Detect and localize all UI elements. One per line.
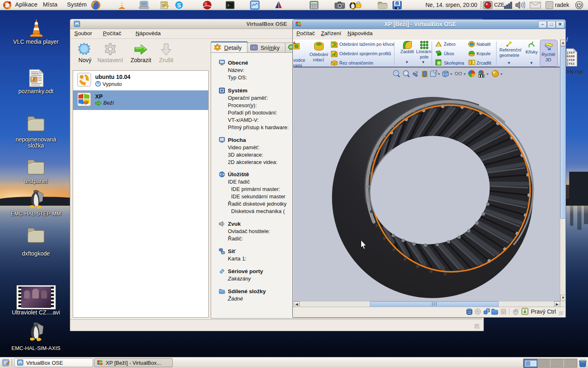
svg-text:S: S [177, 2, 181, 9]
svg-text:V: V [502, 310, 505, 314]
svg-text:[#10: [#10 [567, 58, 575, 62]
svg-text:▼: ▼ [437, 72, 441, 76]
svg-text:xp: xp [100, 362, 103, 366]
svg-text:▼: ▼ [500, 72, 503, 76]
svg-text:[#11: [#11 [567, 62, 575, 65]
svg-text:▼: ▼ [463, 72, 466, 76]
svg-text:xp: xp [83, 100, 88, 105]
svg-text:[#1=: [#1= [567, 51, 575, 54]
svg-text:b100: b100 [567, 54, 575, 58]
svg-text:▼: ▼ [486, 72, 489, 76]
svg-text:▼: ▼ [450, 72, 453, 76]
